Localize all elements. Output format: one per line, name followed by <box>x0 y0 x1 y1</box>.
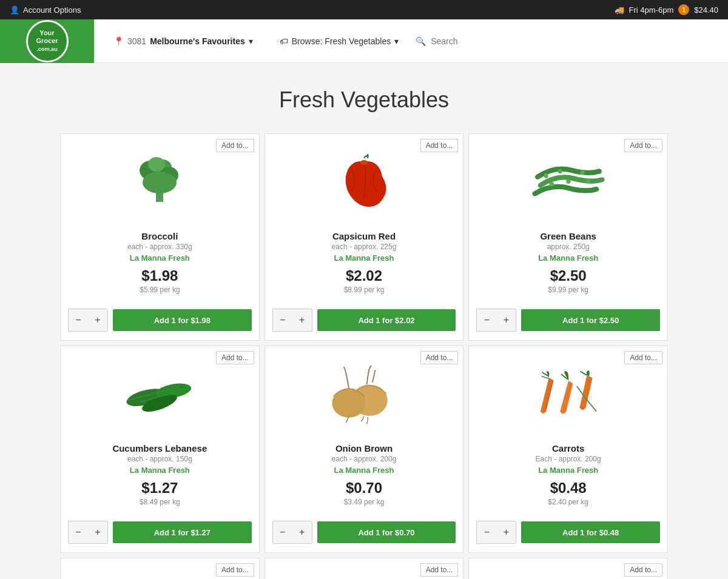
tag-icon: 🏷 <box>280 36 288 46</box>
product-name: Capsicum Red <box>275 231 454 241</box>
nav-area: 📍 3081 Melbourne's Favourites ▾ 🏷 Browse… <box>94 36 728 46</box>
add-to-button[interactable]: Add to... <box>420 139 459 152</box>
svg-point-8 <box>558 169 562 173</box>
add-to-button[interactable]: Add to... <box>624 139 662 152</box>
increase-qty-button[interactable]: + <box>496 309 516 331</box>
decrease-qty-button[interactable]: − <box>69 521 88 543</box>
product-supplier[interactable]: La Manna Fresh <box>70 253 249 263</box>
browse-selector[interactable]: 🏷 Browse: Fresh Vegetables ▾ <box>272 36 406 46</box>
add-to-button[interactable]: Add to... <box>216 563 254 577</box>
product-image <box>328 149 400 216</box>
chevron-down-icon: ▾ <box>249 36 253 46</box>
product-grid: Add to... Broccoli each - approx. 330g L… <box>46 131 682 579</box>
add-to-cart-button[interactable]: Add 1 for $0.48 <box>521 521 660 543</box>
product-card: Add to... <box>265 558 464 579</box>
product-info: Cucumbers Lebanese each - approx. 150g L… <box>61 443 259 521</box>
product-price: $2.02 <box>275 267 454 284</box>
product-card: Add to... Broccoli each - approx. 330g L… <box>60 133 260 341</box>
product-per-kg: $3.49 per kg <box>275 498 454 506</box>
cart-area[interactable]: 🚚 Fri 4pm-6pm 1 $24.40 <box>615 4 718 15</box>
svg-point-7 <box>544 173 548 178</box>
increase-qty-button[interactable]: + <box>292 309 312 331</box>
increase-qty-button[interactable]: + <box>88 309 107 331</box>
product-info: Carrots Each - approx. 200g La Manna Fre… <box>469 443 667 521</box>
product-image <box>123 574 196 579</box>
add-to-button[interactable]: Add to... <box>624 563 662 577</box>
product-actions: − + Add 1 for $2.02 <box>265 309 463 340</box>
add-to-cart-button[interactable]: Add 1 for $2.50 <box>521 309 660 331</box>
pin-icon: 📍 <box>113 36 124 46</box>
cart-total[interactable]: $24.40 <box>694 5 718 15</box>
product-info: Green Beans approx. 250g La Manna Fresh … <box>469 231 667 309</box>
product-name: Onion Brown <box>275 443 454 453</box>
store-name[interactable]: Melbourne's Favourites <box>150 36 245 46</box>
add-to-button[interactable]: Add to... <box>420 563 459 577</box>
delivery-icon: 🚚 <box>615 5 624 15</box>
page-title: Fresh Vegetables <box>0 87 728 113</box>
product-supplier[interactable]: La Manna Fresh <box>275 253 454 263</box>
search-area[interactable]: 🔍 <box>416 36 716 46</box>
store-number: 3081 <box>127 36 146 46</box>
svg-point-5 <box>143 172 177 193</box>
product-price: $0.70 <box>275 480 454 497</box>
product-card: Add to... <box>60 558 260 579</box>
product-name: Green Beans <box>479 231 658 241</box>
product-per-kg: $8.99 per kg <box>275 286 454 294</box>
product-card: Add to... Cucumbers Lebanese each - appr… <box>60 346 260 553</box>
add-to-cart-button[interactable]: Add 1 for $1.98 <box>113 309 252 331</box>
store-selector[interactable]: 📍 3081 Melbourne's Favourites ▾ <box>106 36 260 46</box>
product-actions: − + Add 1 for $1.98 <box>61 309 259 340</box>
product-weight: each - approx. 330g <box>70 243 249 251</box>
product-supplier[interactable]: La Manna Fresh <box>275 466 454 475</box>
product-info: Capsicum Red each - approx. 225g La Mann… <box>265 231 463 309</box>
product-card: Add to... Green Beans approx. 250g La Ma… <box>468 133 668 341</box>
increase-qty-button[interactable]: + <box>292 521 312 543</box>
browse-label[interactable]: Browse: Fresh Vegetables <box>292 36 391 46</box>
product-image <box>532 361 605 428</box>
product-supplier[interactable]: La Manna Fresh <box>479 466 658 475</box>
product-card: Add to... <box>468 346 668 553</box>
product-image <box>123 361 196 428</box>
search-input[interactable] <box>431 36 528 46</box>
decrease-qty-button[interactable]: − <box>273 521 292 543</box>
product-per-kg: $9.99 per kg <box>479 286 658 294</box>
decrease-qty-button[interactable]: − <box>477 309 496 331</box>
logo-area[interactable]: YourGrocer.com.au <box>0 19 94 63</box>
svg-point-10 <box>549 182 553 186</box>
qty-controls: − + <box>476 309 516 332</box>
search-icon: 🔍 <box>416 36 426 46</box>
cart-count: 1 <box>678 4 689 15</box>
decrease-qty-button[interactable]: − <box>477 521 496 543</box>
add-to-button[interactable]: Add to... <box>624 351 662 364</box>
product-weight: approx. 250g <box>479 243 658 251</box>
product-price: $2.50 <box>479 267 658 284</box>
product-image <box>328 361 400 428</box>
product-weight: each - approx. 150g <box>70 455 249 463</box>
add-to-cart-button[interactable]: Add 1 for $2.02 <box>317 309 456 331</box>
increase-qty-button[interactable]: + <box>496 521 516 543</box>
product-card: Add to... <box>468 558 668 579</box>
add-to-button[interactable]: Add to... <box>420 351 459 364</box>
product-per-kg: $8.49 per kg <box>70 498 249 506</box>
account-label[interactable]: Account Options <box>23 5 81 15</box>
decrease-qty-button[interactable]: − <box>69 309 88 331</box>
svg-point-11 <box>566 179 570 183</box>
add-to-button[interactable]: Add to... <box>216 351 254 364</box>
add-to-button[interactable]: Add to... <box>216 139 254 152</box>
product-actions: − + Add 1 for $0.48 <box>469 521 667 552</box>
account-area[interactable]: 👤 Account Options <box>10 5 81 15</box>
add-to-cart-button[interactable]: Add 1 for $0.70 <box>317 521 456 543</box>
add-to-cart-button[interactable]: Add 1 for $1.27 <box>113 521 252 543</box>
qty-controls: − + <box>68 521 108 544</box>
product-price: $0.48 <box>479 480 658 497</box>
product-actions: − + Add 1 for $1.27 <box>61 521 259 552</box>
logo[interactable]: YourGrocer.com.au <box>26 20 69 62</box>
product-supplier[interactable]: La Manna Fresh <box>479 253 658 263</box>
increase-qty-button[interactable]: + <box>88 521 107 543</box>
product-supplier[interactable]: La Manna Fresh <box>70 466 249 475</box>
header: YourGrocer.com.au 📍 3081 Melbourne's Fav… <box>0 19 728 63</box>
delivery-time: Fri 4pm-6pm <box>629 5 674 15</box>
decrease-qty-button[interactable]: − <box>273 309 292 331</box>
qty-controls: − + <box>272 309 312 332</box>
product-image <box>532 149 605 216</box>
